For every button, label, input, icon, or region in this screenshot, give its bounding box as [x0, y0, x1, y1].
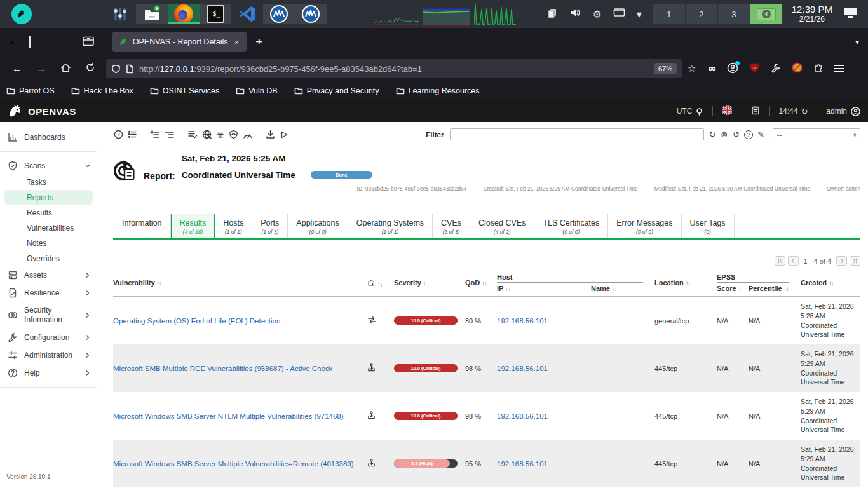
account-icon[interactable] [727, 62, 738, 76]
timezone-selector[interactable]: UTC [677, 107, 704, 116]
vulnerability-link[interactable]: Microsoft SMB Multiple RCE Vulnerabiliti… [113, 365, 332, 372]
column-header-location[interactable]: Location↑↓ [654, 279, 717, 287]
tab-results[interactable]: Results(4 of 16) [171, 214, 215, 238]
workspace-4-active[interactable]: 4 [750, 4, 782, 24]
first-page-button[interactable] [775, 256, 785, 266]
bookmark-folder-privacy-and-security[interactable]: Privacy and Security [294, 86, 379, 95]
list-all-tabs-icon[interactable]: ▾ [855, 37, 859, 46]
extensions-puzzle-icon[interactable] [813, 62, 824, 75]
sidebar-item-resilience[interactable]: Resilience [0, 284, 97, 302]
terminal-launcher[interactable]: $_ [200, 4, 231, 24]
sidebar-item-notes[interactable]: Notes [0, 236, 97, 251]
start-task-play-icon[interactable] [279, 130, 289, 139]
browser-tab-active[interactable]: OPENVAS - Report Details × [112, 32, 247, 52]
vulnerability-biohazard-icon[interactable]: ☣ [215, 129, 225, 140]
host-ip-link[interactable]: 192.168.56.101 [497, 365, 548, 372]
tab-cves[interactable]: CVEs(3 of 3) [433, 214, 470, 238]
tab-error-messages[interactable]: Error Messages(0 of 0) [608, 214, 681, 238]
column-header-vulnerability[interactable]: Vulnerability↑↓ [113, 279, 367, 287]
workspace-2[interactable]: 2 [686, 4, 717, 24]
tab-close-button[interactable]: × [233, 37, 241, 47]
add-note-icon[interactable] [149, 130, 161, 139]
tab-information[interactable]: Information [113, 214, 171, 238]
bookmark-folder-vuln-db[interactable]: Vuln DB [236, 86, 277, 95]
column-header-severity[interactable]: Severity↓ [394, 279, 465, 287]
clock-applet[interactable]: 12:39 PM 2/21/26 [792, 4, 832, 24]
openvas-brand[interactable]: OPENVAS [8, 104, 76, 119]
clipboard-tray-icon[interactable] [546, 7, 558, 21]
column-header-created[interactable]: Created↑↓ [801, 279, 862, 287]
tab-closed-cves[interactable]: Closed CVEs(4 of 2) [470, 214, 534, 238]
new-tab-button[interactable]: + [255, 35, 262, 49]
column-header-name[interactable]: Name↑↓ [591, 285, 654, 292]
filter-refresh-icon[interactable]: ↻ [708, 130, 716, 139]
memory-graph-applet[interactable] [423, 6, 470, 25]
help-icon[interactable]: ? [113, 130, 124, 139]
filter-clear-icon[interactable]: ⊗ [720, 130, 728, 139]
previous-page-button[interactable] [788, 256, 799, 266]
sidebar-item-tasks[interactable]: Tasks [0, 175, 97, 190]
performance-gauge-icon[interactable] [242, 130, 254, 139]
download-report-icon[interactable] [265, 130, 276, 139]
tab-hosts[interactable]: Hosts(1 of 1) [215, 214, 252, 238]
host-ip-link[interactable]: 192.168.56.101 [497, 412, 548, 420]
filter-edit-icon[interactable]: ✎ [757, 130, 765, 139]
sidebar-item-assets[interactable]: Assets [0, 266, 97, 284]
session-refresh-icon[interactable]: ↻ [801, 107, 808, 116]
ublock-extension-icon[interactable]: UO [749, 62, 760, 75]
tab-tls-certificates[interactable]: TLS Certificates(0 of 0) [534, 214, 608, 238]
page-info-icon[interactable] [126, 64, 134, 74]
zoom-level-badge[interactable]: 67% [654, 63, 677, 74]
filter-dropdown[interactable]: -- ▴▾ [773, 128, 860, 140]
shield-permissions-icon[interactable] [111, 64, 121, 74]
menu-hamburger-icon[interactable] [834, 65, 844, 72]
result-filter-list-icon[interactable] [187, 130, 198, 139]
sidebar-item-administration[interactable]: Administration [0, 346, 97, 364]
network-graph-applet[interactable] [474, 3, 516, 25]
override-shield-icon[interactable] [228, 130, 239, 139]
last-page-button[interactable] [850, 256, 860, 266]
column-header-qod[interactable]: QoD↑↓ [465, 279, 497, 287]
back-button[interactable]: ← [5, 63, 29, 74]
column-header-solution-type[interactable]: ↑↓ [367, 278, 394, 288]
sidebar-item-scans[interactable]: Scans [0, 157, 97, 175]
sidebar-item-configuration[interactable]: Configuration [0, 329, 97, 346]
sidebar-item-help[interactable]: Help [0, 364, 97, 382]
firefox-launcher[interactable] [168, 4, 200, 24]
workspace-1[interactable]: 1 [653, 4, 685, 24]
report-globe-icon[interactable] [201, 130, 212, 139]
manual-icon[interactable] [751, 106, 760, 117]
vscode-launcher[interactable] [231, 4, 263, 24]
column-header-ip[interactable]: IP↑↓ [497, 285, 591, 292]
sidebar-item-reports[interactable]: Reports [4, 190, 93, 205]
settings-gear-icon[interactable]: ⚙ [592, 8, 601, 20]
bookmark-folder-parrot-os[interactable]: Parrot OS [6, 86, 55, 95]
display-tray-icon[interactable] [613, 8, 625, 20]
bookmark-folder-hack-the-box[interactable]: Hack The Box [71, 86, 133, 95]
tray-chevron-down-icon[interactable]: ▾ [637, 8, 642, 20]
tab-operating-systems[interactable]: Operating Systems(1 of 1) [348, 214, 433, 238]
column-header-score[interactable]: Score↑↓ [717, 285, 749, 292]
home-button[interactable] [53, 62, 78, 76]
window-close-button[interactable]: × [9, 37, 15, 48]
bookmark-folder-learning-resources[interactable]: Learning Resources [396, 86, 480, 95]
url-bar[interactable]: http://127.0.0.1:9392/report/936cbd25-b9… [106, 59, 682, 78]
vulnerability-link[interactable]: Microsoft Windows SMB Server Multiple Vu… [113, 460, 354, 468]
bookmark-folder-osint-services[interactable]: OSINT Services [150, 86, 219, 95]
next-page-button[interactable] [836, 256, 847, 266]
host-ip-link[interactable]: 192.168.56.101 [497, 460, 548, 468]
forward-button[interactable]: → [29, 63, 53, 74]
window-maximize-button[interactable] [29, 37, 31, 47]
sidebar-item-vulnerabilities[interactable]: Vulnerabilities [0, 220, 97, 236]
cpu-graph-applet[interactable] [374, 10, 419, 25]
filter-help-icon[interactable]: ? [744, 130, 753, 139]
results-list-icon[interactable] [127, 130, 138, 139]
devtools-wrench-icon[interactable] [771, 63, 781, 75]
monitor-icon[interactable] [843, 6, 858, 22]
openvas-app-launcher-2[interactable] [295, 4, 327, 24]
filter-input[interactable] [450, 128, 704, 140]
bookmark-star-icon[interactable]: ☆ [682, 63, 702, 74]
add-override-icon[interactable] [164, 130, 175, 139]
host-ip-link[interactable]: 192.168.56.101 [497, 317, 548, 325]
reload-button[interactable] [78, 62, 102, 75]
